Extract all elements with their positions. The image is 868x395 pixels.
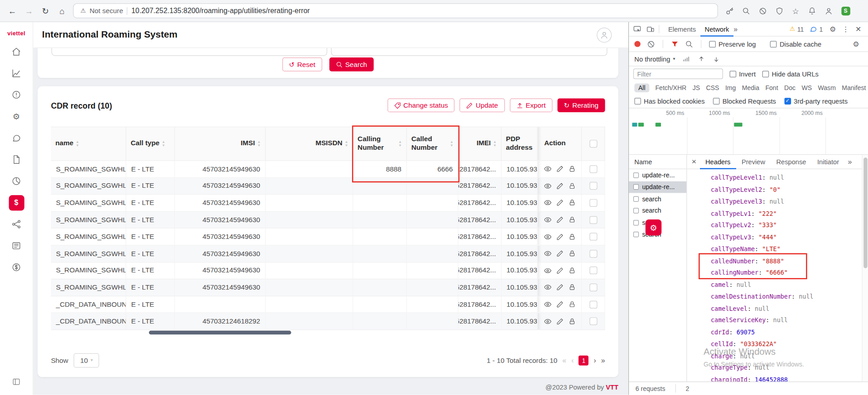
sidebar-item-settings[interactable]: ⚙ <box>0 105 33 127</box>
page-size-select[interactable]: 10▾ <box>74 353 99 368</box>
tab-headers[interactable]: Headers <box>700 155 736 169</box>
tab-response[interactable]: Response <box>771 155 811 169</box>
edit-icon[interactable] <box>556 216 564 224</box>
lock-icon[interactable] <box>569 301 576 308</box>
sidebar-item-reports[interactable] <box>0 62 33 84</box>
shield-icon[interactable] <box>776 7 783 14</box>
profile-icon[interactable] <box>825 7 832 14</box>
disable-cache-option[interactable]: Disable cache <box>770 40 821 48</box>
col-header-call-type[interactable]: Call type▲▼ <box>126 127 175 161</box>
horizontal-scrollbar[interactable] <box>51 330 605 335</box>
sidebar-item-statistics[interactable] <box>0 170 33 192</box>
blocked-content-icon[interactable] <box>759 7 767 14</box>
resource-filter-doc[interactable]: Doc <box>784 85 796 91</box>
row-checkbox[interactable] <box>589 233 597 241</box>
resource-filter-font[interactable]: Font <box>765 85 778 91</box>
zoom-icon[interactable] <box>743 7 750 14</box>
select-all-checkbox[interactable] <box>589 140 597 148</box>
forward-icon[interactable]: → <box>22 4 35 17</box>
edit-icon[interactable] <box>556 182 564 190</box>
network-settings-gear-icon[interactable]: ⚙ <box>853 40 859 48</box>
checkbox[interactable] <box>730 71 737 77</box>
lock-icon[interactable] <box>569 267 576 274</box>
password-key-icon[interactable] <box>726 7 733 14</box>
rerating-button[interactable]: ↻Rerating <box>557 99 605 113</box>
network-conditions-icon[interactable] <box>682 55 690 63</box>
bookmark-star-icon[interactable]: ☆ <box>792 7 799 14</box>
import-har-icon[interactable] <box>697 55 705 63</box>
network-filter-input[interactable]: Filter <box>633 69 723 79</box>
resource-filter-ws[interactable]: WS <box>801 85 812 91</box>
edit-icon[interactable] <box>556 301 564 308</box>
tab-network[interactable]: Network <box>700 22 733 36</box>
edit-icon[interactable] <box>556 267 564 274</box>
prev-page-button[interactable]: ‹ <box>571 356 574 364</box>
lock-icon[interactable] <box>569 250 576 257</box>
notifications-bell-icon[interactable] <box>808 7 815 14</box>
edit-icon[interactable] <box>556 284 564 291</box>
view-icon[interactable] <box>544 250 551 257</box>
checkbox[interactable] <box>770 41 777 48</box>
export-har-icon[interactable] <box>712 55 720 63</box>
last-page-button[interactable]: » <box>601 356 605 364</box>
sort-icon[interactable]: ▲▼ <box>398 140 402 148</box>
sidebar-item-home[interactable] <box>0 41 33 62</box>
third-party-requests-option[interactable]: 3rd-party requests <box>784 97 848 105</box>
user-avatar[interactable] <box>597 27 612 42</box>
resource-filter-img[interactable]: Img <box>725 85 736 91</box>
sidebar-item-billing-active[interactable]: $ <box>0 192 33 214</box>
lock-icon[interactable] <box>569 182 576 190</box>
sidebar-item-messages[interactable] <box>0 127 33 149</box>
network-request-row[interactable]: search <box>629 193 686 205</box>
checkbox-checked[interactable] <box>784 98 791 105</box>
row-checkbox[interactable] <box>589 267 597 274</box>
filter-funnel-icon[interactable] <box>671 40 679 48</box>
tab-preview[interactable]: Preview <box>736 155 771 169</box>
view-icon[interactable] <box>544 301 551 308</box>
col-header-imsi[interactable]: IMSI▲▼ <box>175 127 265 161</box>
sidebar-item-finance[interactable] <box>0 257 33 278</box>
sort-icon[interactable]: ▲▼ <box>257 140 261 148</box>
resource-filter-css[interactable]: CSS <box>706 85 719 91</box>
network-overview-timeline[interactable]: 500 ms1000 ms1500 ms2000 ms <box>629 109 868 155</box>
extension-badge[interactable]: S <box>841 6 850 15</box>
tab-elements[interactable]: Elements <box>664 22 700 36</box>
first-page-button[interactable]: « <box>562 356 566 364</box>
sort-icon[interactable]: ▲▼ <box>345 140 348 148</box>
home-icon[interactable]: ⌂ <box>55 4 68 17</box>
row-checkbox[interactable] <box>589 300 597 308</box>
sidebar-item-network[interactable] <box>0 214 33 235</box>
sidebar-collapse-button[interactable] <box>12 378 20 388</box>
sidebar-item-documents[interactable] <box>0 149 33 171</box>
record-button[interactable] <box>634 41 640 47</box>
network-request-row[interactable]: update-re... <box>629 181 686 193</box>
change-status-button[interactable]: Change status <box>387 99 455 113</box>
view-icon[interactable] <box>544 199 551 206</box>
request-list-header[interactable]: Name <box>629 155 686 169</box>
reset-button[interactable]: ↺Reset <box>282 57 322 71</box>
lock-icon[interactable] <box>569 199 576 206</box>
lock-icon[interactable] <box>569 166 576 173</box>
search-button[interactable]: Search <box>329 57 374 71</box>
col-header-called-number[interactable]: Called Number▲▼ <box>407 127 458 161</box>
close-detail-icon[interactable]: ✕ <box>691 158 696 165</box>
network-request-row[interactable]: update-re... <box>629 169 686 181</box>
edit-icon[interactable] <box>556 199 564 206</box>
resource-filter-js[interactable]: JS <box>693 85 700 91</box>
address-bar[interactable]: ⚠ Not secure 10.207.252.135:8200/roaming… <box>73 3 718 18</box>
more-detail-tabs-icon[interactable]: » <box>848 158 852 165</box>
warnings-badge[interactable]: ⚠11 <box>790 25 804 33</box>
edit-icon[interactable] <box>556 233 564 240</box>
sort-icon[interactable]: ▲▼ <box>493 140 497 148</box>
more-tabs-icon[interactable]: » <box>733 25 738 33</box>
hide-data-urls-option[interactable]: Hide data URLs <box>762 70 819 78</box>
resource-filter-all[interactable]: All <box>634 84 649 93</box>
network-request-row[interactable]: search <box>629 205 686 217</box>
sidebar-item-news[interactable] <box>0 235 33 257</box>
clear-icon[interactable] <box>647 40 655 48</box>
view-icon[interactable] <box>544 284 551 291</box>
back-icon[interactable]: ← <box>5 4 19 17</box>
resource-filter-manifest[interactable]: Manifest <box>842 85 866 91</box>
row-checkbox[interactable] <box>589 216 597 224</box>
floating-settings-button[interactable]: ⚙ <box>646 219 661 235</box>
